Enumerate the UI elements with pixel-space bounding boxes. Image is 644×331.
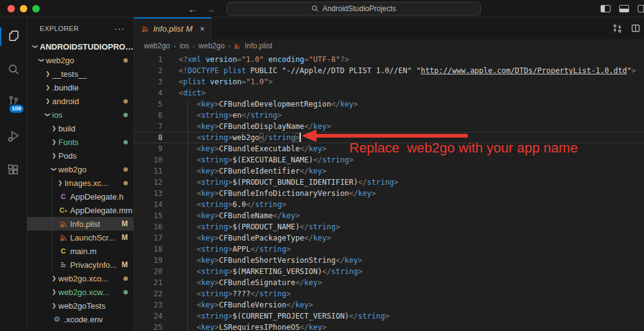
tree-item-web2go-xcw-[interactable]: ❯web2go.xcw... <box>27 285 133 299</box>
minimize-window-button[interactable] <box>20 5 27 12</box>
chevron-right-icon: › <box>228 43 230 50</box>
command-center-search[interactable]: AndroidStudioProjects <box>226 2 481 15</box>
close-tab-icon[interactable]: × <box>200 24 205 33</box>
code-line-8[interactable]: 8 <string>web2go</string> <box>134 132 644 143</box>
code-text: <key>CFBundleName</key> <box>163 210 300 221</box>
code-line-23[interactable]: 23 <key>CFBundleVersion</key> <box>134 299 644 311</box>
editor-group: Info.plist M × web2go › ios › web2go › I… <box>134 17 644 331</box>
chevron-right-icon: ❯ <box>43 84 52 90</box>
tree-item-appdelegate-mm[interactable]: C+AppDelegate.mm <box>27 203 133 217</box>
tree-item-label: Images.xc... <box>65 179 108 188</box>
code-line-6[interactable]: 6 <string>en</string> <box>134 110 644 121</box>
code-line-15[interactable]: 15 <key>CFBundleName</key> <box>134 210 644 221</box>
open-changes-icon[interactable] <box>612 24 622 33</box>
code-line-9[interactable]: 9 <key>CFBundleExecutable</key> <box>134 143 644 154</box>
explorer-sidebar: EXPLORER ··· ❯ANDROIDSTUDIOPROJE...❯web2… <box>27 17 134 331</box>
tree-item-images-xc-[interactable]: ❯Images.xc... <box>27 176 133 190</box>
breadcrumb-item[interactable]: Info.plist <box>244 42 272 50</box>
tree-item-fonts[interactable]: ❯Fonts <box>27 135 133 149</box>
navigate-back-icon[interactable]: ← <box>188 4 197 14</box>
code-line-4[interactable]: 4<dict> <box>134 87 644 99</box>
code-line-5[interactable]: 5 <key>CFBundleDevelopmentRegion</key> <box>134 99 644 110</box>
toggle-secondary-sidebar-icon[interactable] <box>638 5 644 12</box>
git-status-dot <box>123 167 128 172</box>
code-line-11[interactable]: 11 <key>CFBundleIdentifier</key> <box>134 166 644 177</box>
explorer-icon[interactable] <box>0 22 27 50</box>
git-status-dot <box>123 58 128 63</box>
code-line-12[interactable]: 12 <string>$(PRODUCT_BUNDLE_IDENTIFIER)<… <box>134 177 644 188</box>
split-editor-icon[interactable] <box>631 24 640 33</box>
tree-item-privacyinfo-[interactable]: PrivacyInfo...M <box>27 258 133 271</box>
search-view-icon[interactable] <box>0 56 27 83</box>
tree-item-info-plist[interactable]: Info.plistM <box>27 217 133 231</box>
tab-info-plist[interactable]: Info.plist M × <box>134 17 212 39</box>
tree-item-main-m[interactable]: Cmain.m <box>27 244 133 258</box>
code-line-24[interactable]: 24 <string>$(CURRENT_PROJECT_VERSION)</s… <box>134 311 644 322</box>
code-text: <string>APPL</string> <box>163 244 291 255</box>
line-number: 1 <box>134 54 163 65</box>
code-line-14[interactable]: 14 <string>6.0</string> <box>134 199 644 210</box>
code-text: <key>CFBundleShortVersionString</key> <box>163 255 362 266</box>
active-view-indicator <box>0 27 1 46</box>
code-line-13[interactable]: 13 <key>CFBundleInfoDictionaryVersion</k… <box>134 188 644 199</box>
toggle-panel-icon[interactable] <box>619 5 629 12</box>
line-number: 8 <box>134 132 163 143</box>
breadcrumb-item[interactable]: ios <box>179 42 189 50</box>
tree-item-ios[interactable]: ❯ios <box>27 108 133 121</box>
tree-item-pods[interactable]: ❯Pods <box>27 149 133 162</box>
tree-item-web2go[interactable]: ❯web2go <box>27 53 133 67</box>
line-number: 20 <box>134 266 163 277</box>
tree-item-launchscr-[interactable]: LaunchScr...M <box>27 231 133 244</box>
line-number: 2 <box>134 65 163 76</box>
chevron-right-icon: ❯ <box>50 139 58 145</box>
code-line-17[interactable]: 17 <key>CFBundlePackageType</key> <box>134 232 644 244</box>
chevron-right-icon: ❯ <box>43 98 52 104</box>
navigate-forward-icon[interactable]: → <box>206 4 215 14</box>
code-line-3[interactable]: 3<plist version="1.0"> <box>134 76 644 87</box>
gear-icon: ⚙ <box>52 315 62 324</box>
breadcrumb-item[interactable]: web2go <box>144 42 170 50</box>
code-line-25[interactable]: 25 <key>LSRequiresIPhoneOS</key> <box>134 322 644 331</box>
code-line-7[interactable]: 7 <key>CFBundleDisplayName</key> <box>134 121 644 132</box>
source-control-icon[interactable]: 109 <box>0 88 27 115</box>
extensions-icon[interactable] <box>0 156 27 183</box>
toggle-primary-sidebar-icon[interactable] <box>601 5 610 12</box>
tree-item-label: LaunchScr... <box>70 233 115 242</box>
close-window-button[interactable] <box>7 5 15 12</box>
code-line-1[interactable]: 1<?xml version="1.0" encoding="UTF-8"?> <box>134 54 644 65</box>
tree-item--xcode-env[interactable]: ⚙.xcode.env <box>27 312 133 326</box>
tree-item--tests-[interactable]: ❯__tests__ <box>27 67 133 81</box>
tree-item-web2go[interactable]: ❯web2go <box>27 162 133 176</box>
tree-item-web2gotests[interactable]: ❯web2goTests <box>27 299 133 312</box>
chevron-right-icon: › <box>193 43 195 50</box>
git-modified-flag: M <box>122 219 128 228</box>
plist-icon <box>58 234 68 242</box>
chevron-right-icon: › <box>174 43 176 50</box>
line-number: 7 <box>134 121 163 132</box>
tree-item-label: web2go.xcw... <box>58 288 109 297</box>
tab-bar: Info.plist M × <box>134 17 644 39</box>
code-line-2[interactable]: 2<!DOCTYPE plist PUBLIC "-//Apple//DTD P… <box>134 65 644 76</box>
code-line-10[interactable]: 10 <string>$(EXECUTABLE_NAME)</string> <box>134 154 644 166</box>
maximize-window-button[interactable] <box>32 5 40 12</box>
code-line-20[interactable]: 20 <string>$(MARKETING_VERSION)</string> <box>134 266 644 277</box>
tree-item-label: AppDelegate.h <box>70 192 123 201</box>
plist-icon <box>234 43 241 50</box>
tree-item-build[interactable]: ❯build <box>27 121 133 135</box>
code-line-18[interactable]: 18 <string>APPL</string> <box>134 244 644 255</box>
breadcrumb-item[interactable]: web2go <box>199 42 225 50</box>
code-line-22[interactable]: 22 <string>????</string> <box>134 288 644 299</box>
run-debug-icon[interactable] <box>0 123 27 150</box>
tree-item-label: android <box>52 97 79 106</box>
tree-item--bundle[interactable]: ❯.bundle <box>27 81 133 94</box>
code-line-16[interactable]: 16 <string>$(PRODUCT_NAME)</string> <box>134 221 644 232</box>
code-line-21[interactable]: 21 <key>CFBundleSignature</key> <box>134 277 644 288</box>
tree-item-androidstudioproje-[interactable]: ❯ANDROIDSTUDIOPROJE... <box>27 40 133 53</box>
explorer-more-actions-icon[interactable]: ··· <box>114 24 125 33</box>
tree-item-web2go-xco-[interactable]: ❯web2go.xco... <box>27 271 133 285</box>
code-line-19[interactable]: 19 <key>CFBundleShortVersionString</key> <box>134 255 644 266</box>
tree-item-android[interactable]: ❯android <box>27 94 133 108</box>
code-editor[interactable]: 1<?xml version="1.0" encoding="UTF-8"?>2… <box>134 53 644 331</box>
tree-item-appdelegate-h[interactable]: CAppDelegate.h <box>27 190 133 203</box>
line-number: 10 <box>134 154 163 166</box>
